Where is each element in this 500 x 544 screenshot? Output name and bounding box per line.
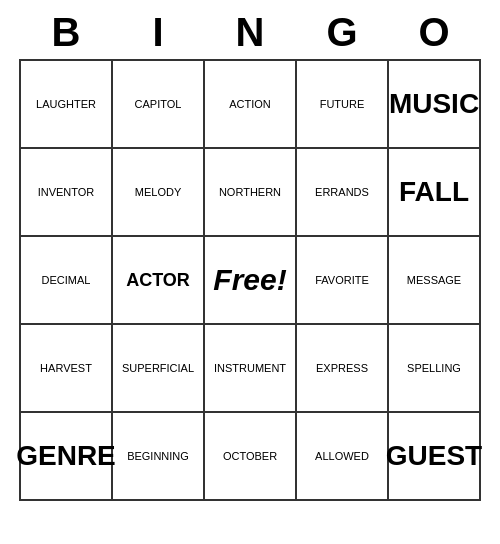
header-letter: O (388, 10, 480, 55)
bingo-cell-r4-c1: BEGINNING (113, 413, 205, 501)
bingo-cell-r4-c2: OCTOBER (205, 413, 297, 501)
bingo-cell-r3-c2: INSTRUMENT (205, 325, 297, 413)
bingo-cell-r2-c0: DECIMAL (21, 237, 113, 325)
bingo-cell-r1-c0: INVENTOR (21, 149, 113, 237)
header-letter: B (20, 10, 112, 55)
bingo-cell-r1-c3: ERRANDS (297, 149, 389, 237)
header-letter: I (112, 10, 204, 55)
header-letter: N (204, 10, 296, 55)
bingo-cell-r0-c4: MUSIC (389, 61, 481, 149)
bingo-cell-r2-c1: ACTOR (113, 237, 205, 325)
bingo-cell-r2-c2: Free! (205, 237, 297, 325)
bingo-cell-r0-c2: ACTION (205, 61, 297, 149)
bingo-cell-r0-c3: FUTURE (297, 61, 389, 149)
bingo-cell-r1-c2: NORTHERN (205, 149, 297, 237)
bingo-cell-r0-c0: LAUGHTER (21, 61, 113, 149)
bingo-cell-r4-c4: GUEST (389, 413, 481, 501)
bingo-cell-r3-c3: EXPRESS (297, 325, 389, 413)
bingo-cell-r3-c1: SUPERFICIAL (113, 325, 205, 413)
bingo-cell-r3-c4: SPELLING (389, 325, 481, 413)
bingo-cell-r4-c0: GENRE (21, 413, 113, 501)
bingo-header: BINGO (20, 10, 480, 55)
bingo-cell-r2-c3: FAVORITE (297, 237, 389, 325)
header-letter: G (296, 10, 388, 55)
bingo-cell-r4-c3: ALLOWED (297, 413, 389, 501)
bingo-cell-r1-c1: MELODY (113, 149, 205, 237)
bingo-cell-r2-c4: MESSAGE (389, 237, 481, 325)
bingo-cell-r3-c0: HARVEST (21, 325, 113, 413)
bingo-grid: LAUGHTERCAPITOLACTIONFUTUREMUSICINVENTOR… (19, 59, 481, 501)
bingo-cell-r0-c1: CAPITOL (113, 61, 205, 149)
bingo-cell-r1-c4: FALL (389, 149, 481, 237)
